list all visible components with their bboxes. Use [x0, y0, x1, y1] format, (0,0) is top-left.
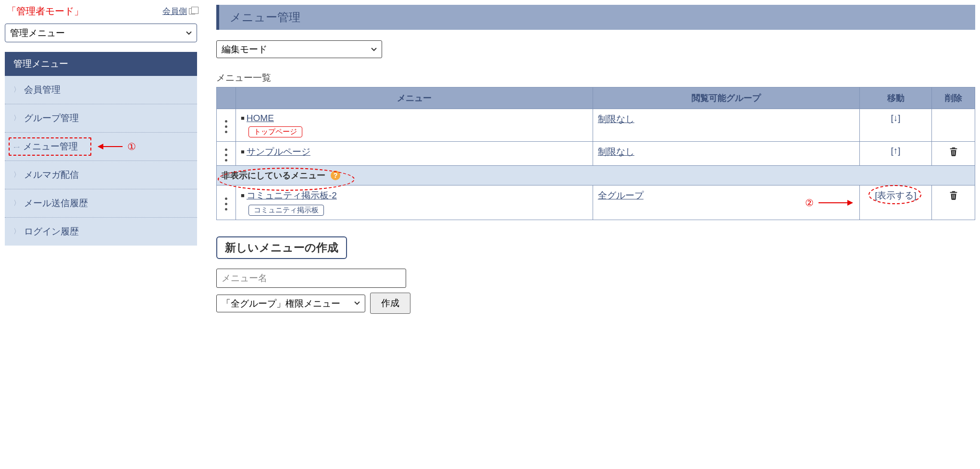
drag-handle[interactable]: [217, 109, 236, 142]
edit-mode-select[interactable]: 編集モード: [216, 40, 382, 58]
sidebar-item-groups[interactable]: 〉 グループ管理: [5, 104, 197, 133]
table-row: ■コミュニティ掲示板-2 コミュニティ掲示板 全グループ ② [表示する]: [217, 185, 975, 220]
annotation-2: ②: [805, 197, 852, 209]
admin-menu-panel: 管理メニュー 〉 会員管理 〉 グループ管理 ···→ メニュー管理 ① 〉: [5, 52, 197, 246]
hidden-menu-label: 非表示にしているメニュー: [222, 171, 325, 180]
member-side-label: 会員側: [162, 6, 187, 17]
col-delete: 削除: [932, 87, 975, 109]
annotation-2-number: ②: [805, 197, 814, 209]
external-link-icon: [189, 8, 195, 14]
drag-dots-icon: [225, 148, 227, 161]
admin-menu-panel-header: 管理メニュー: [5, 52, 197, 76]
member-side-link[interactable]: 会員側: [162, 6, 195, 17]
sidebar-item-label: メニュー管理: [23, 140, 78, 153]
col-group: 閲覧可能グループ: [593, 87, 859, 109]
col-move: 移動: [860, 87, 932, 109]
drag-handle[interactable]: [217, 185, 236, 220]
help-icon[interactable]: ?: [331, 171, 340, 180]
arrow-right-icon: ···→: [13, 143, 19, 150]
show-button[interactable]: [表示する]: [875, 190, 917, 200]
sidebar-item-label: メール送信履歴: [24, 197, 88, 210]
menu-list-label: メニュー一覧: [216, 72, 975, 84]
create-menu-header: 新しいメニューの作成: [216, 236, 347, 259]
top-page-tag: トップページ: [248, 126, 302, 137]
sidebar-item-label: ログイン履歴: [24, 225, 79, 238]
col-handle: [217, 87, 236, 109]
move-up-button[interactable]: [↑]: [891, 146, 900, 156]
create-button[interactable]: 作成: [370, 293, 410, 314]
group-link[interactable]: 制限なし: [598, 147, 634, 157]
sidebar-item-label: グループ管理: [24, 112, 79, 124]
admin-menu-select[interactable]: 管理メニュー: [5, 24, 197, 42]
table-row: ■HOME トップページ 制限なし [↓]: [217, 109, 975, 142]
drag-handle[interactable]: [217, 142, 236, 166]
chevron-right-icon: 〉: [13, 171, 20, 179]
chevron-right-icon: 〉: [13, 114, 20, 123]
drag-dots-icon: [225, 120, 227, 133]
sidebar-item-label: 会員管理: [24, 84, 61, 96]
delete-button[interactable]: [948, 146, 959, 160]
bullet-icon: ■: [241, 148, 245, 155]
bullet-icon: ■: [241, 114, 245, 122]
annotation-1-number: ①: [127, 141, 136, 152]
col-menu: メニュー: [236, 87, 593, 109]
sidebar-item-members[interactable]: 〉 会員管理: [5, 76, 197, 104]
menu-name-link[interactable]: サンプルページ: [247, 147, 310, 157]
chevron-right-icon: 〉: [13, 86, 20, 94]
page-title: メニュー管理: [216, 5, 975, 30]
menu-name-input[interactable]: [216, 269, 406, 288]
delete-button[interactable]: [948, 189, 959, 203]
annotation-1: ①: [99, 141, 136, 152]
menu-table: メニュー 閲覧可能グループ 移動 削除 ■HOME トップページ 制限なし: [216, 87, 975, 220]
bbs-tag: コミュニティ掲示板: [248, 205, 324, 216]
admin-mode-label: 「管理者モード」: [7, 5, 84, 18]
menu-name-link[interactable]: HOME: [247, 113, 274, 123]
sidebar-item-mailmag[interactable]: 〉 メルマガ配信: [5, 161, 197, 189]
sidebar-item-login-history[interactable]: 〉 ログイン履歴: [5, 218, 197, 246]
arrow-right-icon: [819, 202, 852, 203]
drag-dots-icon: [225, 197, 227, 210]
hidden-menu-section-header: 非表示にしているメニュー ?: [217, 166, 975, 185]
group-link[interactable]: 全グループ: [598, 190, 644, 200]
chevron-right-icon: 〉: [13, 227, 20, 236]
sidebar-item-mail-history[interactable]: 〉 メール送信履歴: [5, 189, 197, 218]
table-row: ■サンプルページ 制限なし [↑]: [217, 142, 975, 166]
bullet-icon: ■: [241, 192, 245, 199]
chevron-right-icon: 〉: [13, 199, 20, 208]
menu-name-link[interactable]: コミュニティ掲示板-2: [247, 190, 337, 200]
group-link[interactable]: 制限なし: [598, 114, 634, 124]
permission-select[interactable]: 「全グループ」権限メニュー: [216, 295, 365, 312]
trash-icon: [948, 189, 959, 201]
trash-icon: [948, 146, 959, 157]
sidebar-item-menu-admin[interactable]: ···→ メニュー管理 ①: [5, 133, 197, 161]
arrow-left-icon: [99, 146, 123, 147]
sidebar-item-label: メルマガ配信: [24, 169, 79, 181]
move-down-button[interactable]: [↓]: [891, 113, 900, 123]
